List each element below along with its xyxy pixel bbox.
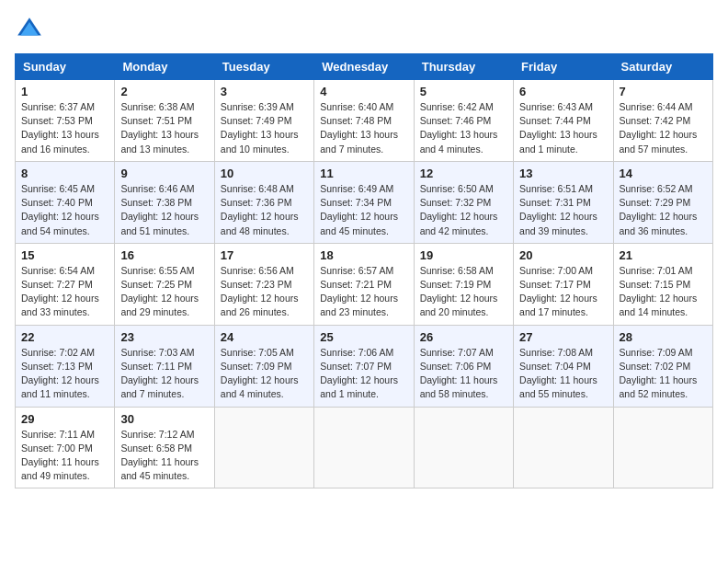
day-info: Sunrise: 6:50 AM Sunset: 7:32 PM Dayligh… (420, 182, 507, 238)
calendar-day-cell (314, 407, 414, 488)
weekday-header-cell: Monday (115, 54, 214, 80)
calendar-day-cell: 29Sunrise: 7:11 AM Sunset: 7:00 PM Dayli… (16, 407, 115, 488)
calendar-day-cell: 1Sunrise: 6:37 AM Sunset: 7:53 PM Daylig… (16, 80, 115, 162)
day-number: 26 (420, 330, 507, 344)
day-info: Sunrise: 7:06 AM Sunset: 7:07 PM Dayligh… (320, 346, 407, 402)
calendar-day-cell: 21Sunrise: 7:01 AM Sunset: 7:15 PM Dayli… (613, 243, 712, 325)
day-number: 24 (221, 330, 308, 344)
weekday-header-cell: Tuesday (214, 54, 313, 80)
day-number: 9 (120, 167, 208, 180)
calendar-day-cell: 7Sunrise: 6:44 AM Sunset: 7:42 PM Daylig… (613, 80, 712, 162)
day-number: 25 (320, 330, 407, 344)
day-info: Sunrise: 6:56 AM Sunset: 7:23 PM Dayligh… (221, 264, 308, 320)
day-info: Sunrise: 6:42 AM Sunset: 7:46 PM Dayligh… (420, 100, 507, 156)
day-info: Sunrise: 7:12 AM Sunset: 6:58 PM Dayligh… (120, 428, 208, 484)
day-number: 14 (620, 167, 707, 180)
day-info: Sunrise: 7:01 AM Sunset: 7:15 PM Dayligh… (620, 264, 707, 320)
calendar-week-row: 29Sunrise: 7:11 AM Sunset: 7:00 PM Dayli… (16, 407, 713, 488)
day-number: 16 (120, 248, 208, 262)
calendar-day-cell: 3Sunrise: 6:39 AM Sunset: 7:49 PM Daylig… (214, 80, 313, 162)
calendar-day-cell: 28Sunrise: 7:09 AM Sunset: 7:02 PM Dayli… (613, 325, 712, 407)
day-info: Sunrise: 7:11 AM Sunset: 7:00 PM Dayligh… (21, 428, 108, 484)
calendar-day-cell: 12Sunrise: 6:50 AM Sunset: 7:32 PM Dayli… (414, 161, 513, 243)
day-info: Sunrise: 6:45 AM Sunset: 7:40 PM Dayligh… (21, 182, 108, 238)
weekday-header-cell: Wednesday (314, 54, 414, 80)
calendar-day-cell (414, 407, 513, 488)
calendar-day-cell: 15Sunrise: 6:54 AM Sunset: 7:27 PM Dayli… (16, 243, 115, 325)
calendar-table: SundayMondayTuesdayWednesdayThursdayFrid… (15, 53, 713, 488)
calendar-day-cell: 17Sunrise: 6:56 AM Sunset: 7:23 PM Dayli… (214, 243, 313, 325)
calendar-day-cell: 9Sunrise: 6:46 AM Sunset: 7:38 PM Daylig… (115, 161, 214, 243)
day-info: Sunrise: 6:44 AM Sunset: 7:42 PM Dayligh… (620, 100, 707, 156)
calendar-day-cell: 16Sunrise: 6:55 AM Sunset: 7:25 PM Dayli… (115, 243, 214, 325)
calendar-day-cell: 14Sunrise: 6:52 AM Sunset: 7:29 PM Dayli… (613, 161, 712, 243)
day-info: Sunrise: 6:55 AM Sunset: 7:25 PM Dayligh… (120, 264, 208, 320)
calendar-day-cell: 25Sunrise: 7:06 AM Sunset: 7:07 PM Dayli… (314, 325, 414, 407)
calendar-day-cell: 10Sunrise: 6:48 AM Sunset: 7:36 PM Dayli… (214, 161, 313, 243)
calendar-day-cell: 13Sunrise: 6:51 AM Sunset: 7:31 PM Dayli… (514, 161, 613, 243)
calendar-week-row: 15Sunrise: 6:54 AM Sunset: 7:27 PM Dayli… (16, 243, 713, 325)
day-info: Sunrise: 6:38 AM Sunset: 7:51 PM Dayligh… (120, 100, 208, 156)
day-number: 11 (320, 167, 407, 180)
day-info: Sunrise: 7:00 AM Sunset: 7:17 PM Dayligh… (519, 264, 607, 320)
day-info: Sunrise: 6:52 AM Sunset: 7:29 PM Dayligh… (620, 182, 707, 238)
day-info: Sunrise: 6:58 AM Sunset: 7:19 PM Dayligh… (420, 264, 507, 320)
day-number: 10 (221, 167, 308, 180)
calendar-day-cell: 30Sunrise: 7:12 AM Sunset: 6:58 PM Dayli… (115, 407, 214, 488)
day-number: 27 (519, 330, 607, 344)
day-info: Sunrise: 7:02 AM Sunset: 7:13 PM Dayligh… (21, 346, 108, 402)
day-number: 2 (120, 85, 208, 98)
day-info: Sunrise: 6:43 AM Sunset: 7:44 PM Dayligh… (519, 100, 607, 156)
day-number: 19 (420, 248, 507, 262)
day-number: 21 (620, 248, 707, 262)
day-number: 5 (420, 85, 507, 98)
day-number: 17 (221, 248, 308, 262)
page-header (15, 15, 713, 44)
calendar-day-cell: 22Sunrise: 7:02 AM Sunset: 7:13 PM Dayli… (16, 325, 115, 407)
calendar-day-cell (613, 407, 712, 488)
day-info: Sunrise: 7:07 AM Sunset: 7:06 PM Dayligh… (420, 346, 507, 402)
weekday-header-cell: Friday (514, 54, 613, 80)
weekday-header-cell: Saturday (613, 54, 712, 80)
day-number: 12 (420, 167, 507, 180)
day-info: Sunrise: 6:54 AM Sunset: 7:27 PM Dayligh… (21, 264, 108, 320)
day-info: Sunrise: 6:46 AM Sunset: 7:38 PM Dayligh… (120, 182, 208, 238)
day-number: 18 (320, 248, 407, 262)
day-info: Sunrise: 7:05 AM Sunset: 7:09 PM Dayligh… (221, 346, 308, 402)
day-number: 3 (221, 85, 308, 98)
day-info: Sunrise: 6:51 AM Sunset: 7:31 PM Dayligh… (519, 182, 607, 238)
day-info: Sunrise: 6:37 AM Sunset: 7:53 PM Dayligh… (21, 100, 108, 156)
calendar-day-cell: 8Sunrise: 6:45 AM Sunset: 7:40 PM Daylig… (16, 161, 115, 243)
calendar-day-cell: 27Sunrise: 7:08 AM Sunset: 7:04 PM Dayli… (514, 325, 613, 407)
calendar-day-cell: 6Sunrise: 6:43 AM Sunset: 7:44 PM Daylig… (514, 80, 613, 162)
calendar-day-cell: 5Sunrise: 6:42 AM Sunset: 7:46 PM Daylig… (414, 80, 513, 162)
calendar-day-cell (514, 407, 613, 488)
day-number: 30 (120, 412, 208, 426)
day-info: Sunrise: 6:48 AM Sunset: 7:36 PM Dayligh… (221, 182, 308, 238)
day-info: Sunrise: 6:39 AM Sunset: 7:49 PM Dayligh… (221, 100, 308, 156)
calendar-day-cell: 19Sunrise: 6:58 AM Sunset: 7:19 PM Dayli… (414, 243, 513, 325)
day-number: 8 (21, 167, 108, 180)
calendar-week-row: 22Sunrise: 7:02 AM Sunset: 7:13 PM Dayli… (16, 325, 713, 407)
weekday-header-cell: Thursday (414, 54, 513, 80)
calendar-day-cell: 2Sunrise: 6:38 AM Sunset: 7:51 PM Daylig… (115, 80, 214, 162)
calendar-day-cell: 20Sunrise: 7:00 AM Sunset: 7:17 PM Dayli… (514, 243, 613, 325)
day-number: 29 (21, 412, 108, 426)
calendar-day-cell: 24Sunrise: 7:05 AM Sunset: 7:09 PM Dayli… (214, 325, 313, 407)
calendar-week-row: 8Sunrise: 6:45 AM Sunset: 7:40 PM Daylig… (16, 161, 713, 243)
day-number: 6 (519, 85, 607, 98)
day-info: Sunrise: 7:09 AM Sunset: 7:02 PM Dayligh… (620, 346, 707, 402)
calendar-day-cell: 4Sunrise: 6:40 AM Sunset: 7:48 PM Daylig… (314, 80, 414, 162)
day-info: Sunrise: 7:03 AM Sunset: 7:11 PM Dayligh… (120, 346, 208, 402)
calendar-day-cell (214, 407, 313, 488)
calendar-body: 1Sunrise: 6:37 AM Sunset: 7:53 PM Daylig… (16, 80, 713, 488)
day-number: 1 (21, 85, 108, 98)
day-number: 13 (519, 167, 607, 180)
day-number: 22 (21, 330, 108, 344)
day-info: Sunrise: 6:40 AM Sunset: 7:48 PM Dayligh… (320, 100, 407, 156)
calendar-day-cell: 23Sunrise: 7:03 AM Sunset: 7:11 PM Dayli… (115, 325, 214, 407)
day-number: 4 (320, 85, 407, 98)
day-info: Sunrise: 6:49 AM Sunset: 7:34 PM Dayligh… (320, 182, 407, 238)
weekday-header-cell: Sunday (16, 54, 115, 80)
logo (15, 15, 48, 44)
